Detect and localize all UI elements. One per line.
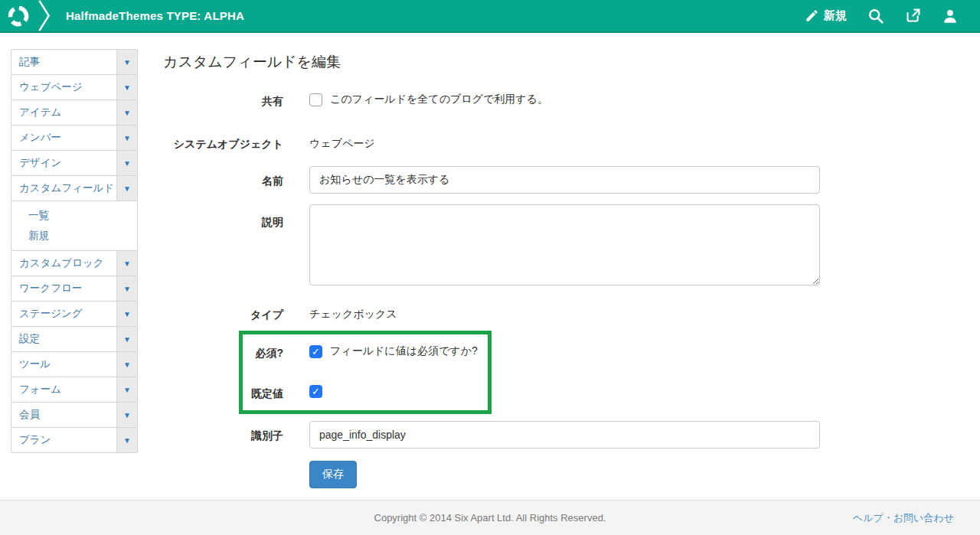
chevron-down-icon[interactable]: ▼ [116,302,137,326]
footer: Copyright © 2014 Six Apart Ltd. All Righ… [0,500,980,535]
description-textarea[interactable] [309,204,820,285]
sidebar-subitem-new[interactable]: 新規 [11,226,137,246]
field-row-system-object: システムオブジェクト ウェブページ [163,135,852,151]
page-title: カスタムフィールドを編集 [163,52,852,72]
view-site-button[interactable] [905,8,921,24]
description-label: 説明 [163,204,283,230]
app-logo[interactable] [0,0,37,31]
required-checkbox-label: フィールドに値は必須ですか? [330,344,478,358]
field-row-description: 説明 [163,204,852,285]
required-checkbox[interactable] [309,345,322,358]
external-link-icon [905,8,921,24]
sidebar-item-entries[interactable]: 記事▼ [11,49,138,75]
sidebar-item-label[interactable]: メンバー [11,126,116,150]
sidebar-item-label[interactable]: カスタムブロック [11,251,116,276]
sidebar-item-label[interactable]: ワークフロー [11,276,116,301]
sidebar-item-label[interactable]: ステージング [11,302,116,326]
chevron-down-icon[interactable]: ▼ [116,377,137,402]
share-checkbox-label: このフィールドを全てのブログで利用する。 [330,93,548,106]
share-checkbox[interactable] [309,93,322,106]
sidebar-item-workflow[interactable]: ワークフロー▼ [11,276,138,302]
user-menu-button[interactable] [942,8,959,24]
field-row-name: 名前 [163,166,852,194]
sidebar-item-label[interactable]: ウェブページ [11,75,116,99]
chevron-down-icon[interactable]: ▼ [116,428,137,452]
system-object-value: ウェブページ [309,135,375,151]
search-button[interactable] [867,8,884,24]
sidebar-item-forms[interactable]: フォーム▼ [11,377,138,403]
sidebar-item-plan[interactable]: プラン▼ [11,427,138,453]
sidebar-item-label[interactable]: 会員 [11,403,116,427]
sidebar-item-label[interactable]: 設定 [11,327,116,351]
sidebar-item-tools[interactable]: ツール▼ [11,351,138,377]
field-row-share: 共有 このフィールドを全てのブログで利用する。 [163,93,852,108]
movable-type-logo-icon [6,4,31,28]
sidebar-menu: 記事▼ウェブページ▼アイテム▼メンバー▼デザイン▼カスタムフィールド▼一覧新規カ… [11,49,138,453]
field-row-type: タイプ チェックボックス [163,306,852,321]
chevron-down-icon[interactable]: ▼ [116,100,137,125]
sidebar-subitem-list[interactable]: 一覧 [11,206,137,226]
chevron-down-icon[interactable]: ▼ [116,251,137,276]
chevron-down-icon[interactable]: ▼ [116,50,137,74]
field-row-required: 必須? フィールドに値は必須ですか? [163,344,852,361]
new-button[interactable]: 新規 [805,8,847,23]
save-row: 保存 [163,461,852,488]
chevron-down-icon[interactable]: ▼ [116,151,137,175]
type-label: タイプ [163,306,283,322]
new-button-label: 新規 [824,8,847,23]
chevron-down-icon[interactable]: ▼ [116,176,137,201]
default-label: 既定値 [163,385,283,401]
system-object-label: システムオブジェクト [163,135,283,152]
top-navigation-bar: HalfmadeThemes TYPE: ALPHA 新規 [0,0,980,33]
sidebar-submenu-custom-fields: 一覧新規 [11,201,138,251]
sidebar-item-staging[interactable]: ステージング▼ [11,301,138,327]
chevron-down-icon[interactable]: ▼ [116,276,137,301]
basename-label: 識別子 [163,421,283,443]
sidebar-item-settings[interactable]: 設定▼ [11,326,138,352]
copyright-text: Copyright © 2014 Six Apart Ltd. All Righ… [374,512,606,524]
sidebar-item-custom-fields[interactable]: カスタムフィールド▼ [11,175,138,201]
chevron-down-icon[interactable]: ▼ [116,75,137,99]
required-label: 必須? [163,344,283,360]
chevron-down-icon[interactable]: ▼ [116,403,137,427]
chevron-down-icon[interactable]: ▼ [116,352,137,377]
sidebar-item-label[interactable]: プラン [11,428,116,452]
sidebar-item-design[interactable]: デザイン▼ [11,150,138,176]
sidebar-item-label[interactable]: フォーム [11,377,116,402]
help-contact-link[interactable]: ヘルプ・お問い合わせ [853,501,954,535]
user-icon [942,8,959,24]
chevron-down-icon[interactable]: ▼ [116,327,137,351]
sidebar-item-members[interactable]: メンバー▼ [11,125,138,151]
field-row-basename: 識別子 [163,421,852,449]
save-button[interactable]: 保存 [309,461,357,488]
name-input[interactable] [309,166,820,194]
basename-input[interactable] [309,421,820,449]
pencil-icon [805,8,819,23]
app-title: HalfmadeThemes TYPE: ALPHA [66,9,244,22]
sidebar-item-label[interactable]: アイテム [11,100,116,125]
main-content: カスタムフィールドを編集 共有 このフィールドを全てのブログで利用する。 システ… [163,49,852,488]
chevron-separator-icon [37,0,52,31]
share-label: 共有 [163,93,283,109]
name-label: 名前 [163,166,283,188]
sidebar-item-assets[interactable]: アイテム▼ [11,99,138,126]
chevron-down-icon[interactable]: ▼ [116,126,137,150]
sidebar-item-label[interactable]: デザイン [11,151,116,175]
default-checkbox[interactable] [309,385,322,398]
sidebar-item-label[interactable]: カスタムフィールド [11,176,116,201]
sidebar-item-webpages[interactable]: ウェブページ▼ [11,74,138,100]
field-row-default: 既定値 [163,385,852,402]
type-value: チェックボックス [309,306,397,321]
search-icon [867,8,884,24]
sidebar-item-membership[interactable]: 会員▼ [11,402,138,428]
sidebar-item-label[interactable]: ツール [11,352,116,377]
sidebar-item-custom-blocks[interactable]: カスタムブロック▼ [11,250,138,276]
sidebar-item-label[interactable]: 記事 [11,50,116,74]
